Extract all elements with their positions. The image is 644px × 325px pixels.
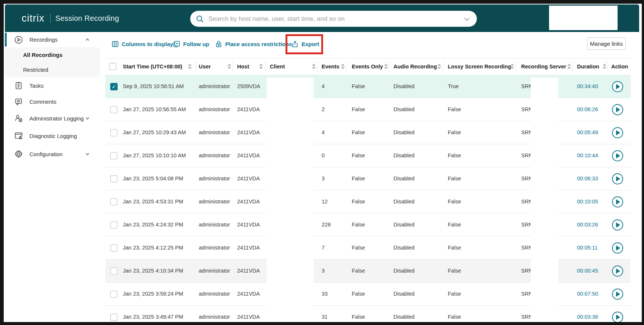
header-divider bbox=[608, 61, 608, 72]
column-header-events[interactable]: Events bbox=[322, 58, 339, 75]
chevron-down-icon[interactable] bbox=[85, 151, 90, 157]
sidebar-item-administrator-logging[interactable]: Administrator Logging bbox=[5, 110, 100, 126]
sidebar-item-all-recordings[interactable]: All Recordings bbox=[5, 47, 100, 62]
cell-duration[interactable]: 00:06:33 bbox=[577, 167, 598, 190]
cell-duration[interactable]: 00:07:50 bbox=[577, 283, 598, 305]
cell-events: 33 bbox=[322, 283, 328, 305]
sort-icon-events-only[interactable] bbox=[384, 63, 388, 70]
export-button[interactable]: Export bbox=[291, 39, 319, 49]
sidebar-item-tasks[interactable]: Tasks bbox=[5, 77, 100, 94]
sidebar-item-configuration[interactable]: Configuration bbox=[5, 146, 100, 162]
sort-icon-duration[interactable] bbox=[603, 63, 606, 70]
cell-events-only: False bbox=[352, 283, 365, 305]
sidebar-item-restricted[interactable]: Restricted bbox=[5, 62, 100, 77]
top-header-bar: citrix Session Recording bbox=[5, 4, 639, 32]
cell-duration[interactable]: 00:10:05 bbox=[577, 190, 598, 213]
recordings-icon bbox=[14, 35, 23, 44]
cell-lossy: False bbox=[448, 121, 461, 144]
select-all-checkbox[interactable] bbox=[109, 63, 117, 70]
play-icon bbox=[616, 268, 620, 274]
column-header-client[interactable]: Client bbox=[270, 58, 285, 75]
column-header-audio[interactable]: Audio Recording bbox=[393, 58, 437, 75]
cell-duration[interactable]: 00:06:26 bbox=[577, 98, 598, 121]
play-button[interactable] bbox=[612, 242, 623, 254]
play-button[interactable] bbox=[612, 173, 623, 184]
manage-links-button[interactable]: Manage links bbox=[587, 38, 626, 50]
column-header-action[interactable]: Action bbox=[611, 58, 628, 75]
row-checkbox[interactable] bbox=[110, 267, 118, 275]
brand-area: citrix Session Recording bbox=[22, 4, 119, 32]
chevron-up-icon[interactable] bbox=[85, 37, 90, 42]
redacted-account-area bbox=[549, 6, 618, 30]
follow-up-button[interactable]: Follow up bbox=[173, 39, 209, 49]
place-access-restrictions-button[interactable]: Place access restrictions bbox=[215, 39, 292, 49]
column-header-events-only[interactable]: Events Only bbox=[352, 58, 383, 75]
play-button[interactable] bbox=[612, 266, 623, 277]
search-options-chevron-down-icon[interactable] bbox=[463, 15, 471, 23]
row-checkbox[interactable] bbox=[110, 198, 118, 206]
play-button[interactable] bbox=[612, 81, 623, 92]
play-button[interactable] bbox=[612, 104, 623, 115]
column-header-lossy[interactable]: Lossy Screen Recording bbox=[448, 58, 511, 75]
chevron-down-icon[interactable] bbox=[85, 116, 90, 121]
cell-duration[interactable]: 00:34:40 bbox=[577, 75, 598, 98]
column-header-host[interactable]: Host bbox=[237, 58, 249, 75]
play-button[interactable] bbox=[612, 219, 623, 231]
sort-icon-start-time[interactable] bbox=[188, 63, 192, 70]
column-header-user[interactable]: User bbox=[199, 58, 211, 75]
sort-icon-lossy[interactable] bbox=[510, 63, 514, 70]
follow-up-icon bbox=[173, 41, 180, 48]
cell-events: 2 bbox=[322, 98, 325, 121]
row-checkbox[interactable] bbox=[110, 152, 118, 160]
cell-lossy: False bbox=[448, 144, 461, 167]
sort-icon-events[interactable] bbox=[341, 63, 345, 70]
row-checkbox[interactable] bbox=[110, 221, 118, 229]
sort-icon-client[interactable] bbox=[312, 63, 316, 70]
play-button[interactable] bbox=[612, 196, 623, 207]
toolbar-action-label: Place access restrictions bbox=[225, 41, 292, 47]
admin-logging-icon bbox=[14, 114, 23, 123]
search-input[interactable] bbox=[208, 15, 463, 23]
cell-host: 2411VDA bbox=[237, 213, 260, 236]
cell-start-time: Jan 23, 2025 5:04:08 PM bbox=[123, 167, 183, 190]
sort-icon-host[interactable] bbox=[259, 63, 263, 70]
cell-audio: Disabled bbox=[393, 167, 414, 190]
play-button[interactable] bbox=[612, 127, 623, 138]
redacted-server-column bbox=[531, 78, 558, 322]
row-checkbox[interactable] bbox=[110, 129, 118, 136]
cell-duration[interactable]: 00:03:26 bbox=[577, 213, 598, 236]
header-divider bbox=[516, 61, 516, 72]
columns-to-display-button[interactable]: Columns to display bbox=[112, 39, 173, 49]
play-button[interactable] bbox=[612, 150, 623, 161]
cell-duration[interactable]: 00:05:49 bbox=[577, 121, 598, 144]
row-checkbox[interactable] bbox=[110, 290, 118, 298]
sidebar-item-recordings[interactable]: Recordings bbox=[5, 32, 100, 47]
cell-duration[interactable]: 00:10:44 bbox=[577, 144, 598, 167]
sidebar-item-comments[interactable]: Comments bbox=[5, 93, 100, 110]
column-header-duration[interactable]: Duration bbox=[577, 58, 599, 75]
cell-events-only: False bbox=[352, 213, 365, 236]
play-button[interactable] bbox=[612, 312, 623, 323]
column-header-start-time[interactable]: Start Time (UTC+08:00) bbox=[123, 58, 182, 75]
sort-icon-server[interactable] bbox=[567, 63, 571, 70]
row-checkbox[interactable] bbox=[110, 175, 118, 183]
cell-user: administrator bbox=[199, 121, 230, 144]
cell-duration[interactable]: 00:05:11 bbox=[577, 236, 597, 259]
cell-start-time: Jan 23, 2025 4:24:32 PM bbox=[123, 213, 183, 236]
cell-audio: Disabled bbox=[393, 98, 414, 121]
header-divider bbox=[317, 61, 318, 72]
column-header-server[interactable]: Recording Server bbox=[521, 58, 566, 75]
cell-events: 4 bbox=[322, 75, 325, 98]
header-divider bbox=[265, 61, 265, 72]
search-bar[interactable] bbox=[190, 11, 477, 27]
row-checkbox[interactable] bbox=[110, 106, 118, 113]
row-checkbox[interactable]: ✓ bbox=[110, 83, 118, 90]
play-button[interactable] bbox=[612, 289, 623, 300]
cell-user: administrator bbox=[199, 98, 230, 121]
sort-icon-user[interactable] bbox=[227, 63, 231, 70]
row-checkbox[interactable] bbox=[110, 313, 118, 321]
sidebar-item-diagnostic-logging[interactable]: Diagnostic Logging bbox=[5, 128, 100, 144]
row-checkbox[interactable] bbox=[110, 244, 118, 252]
cell-duration[interactable]: 00:00:45 bbox=[577, 260, 598, 282]
sort-icon-audio[interactable] bbox=[437, 63, 441, 70]
